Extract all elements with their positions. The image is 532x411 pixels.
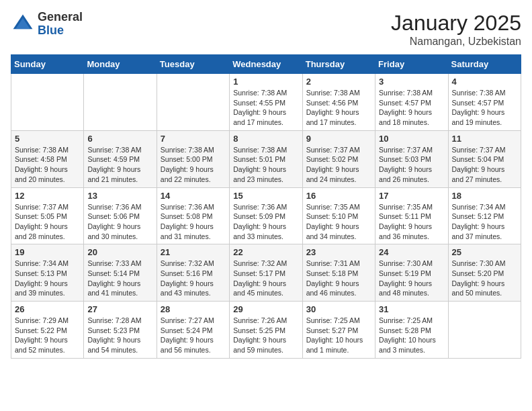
day-info: Sunrise: 7:25 AM Sunset: 5:28 PM Dayligh…: [379, 316, 444, 355]
day-info: Sunrise: 7:33 AM Sunset: 5:14 PM Dayligh…: [87, 259, 152, 298]
calendar-cell: 2Sunrise: 7:38 AM Sunset: 4:56 PM Daylig…: [302, 74, 375, 131]
day-info: Sunrise: 7:30 AM Sunset: 5:19 PM Dayligh…: [379, 259, 444, 298]
day-info: Sunrise: 7:30 AM Sunset: 5:20 PM Dayligh…: [452, 259, 517, 298]
day-info: Sunrise: 7:32 AM Sunset: 5:16 PM Dayligh…: [161, 259, 226, 298]
day-number: 4: [452, 77, 517, 87]
calendar-cell: 7Sunrise: 7:38 AM Sunset: 5:00 PM Daylig…: [157, 130, 229, 187]
day-info: Sunrise: 7:35 AM Sunset: 5:10 PM Dayligh…: [306, 202, 371, 242]
day-info: Sunrise: 7:34 AM Sunset: 5:13 PM Dayligh…: [15, 259, 80, 298]
day-number: 6: [87, 134, 152, 144]
weekday-header-friday: Friday: [375, 55, 448, 74]
calendar-cell: 27Sunrise: 7:28 AM Sunset: 5:23 PM Dayli…: [84, 302, 157, 359]
weekday-header-tuesday: Tuesday: [157, 55, 229, 74]
weekday-header-thursday: Thursday: [302, 55, 375, 74]
day-info: Sunrise: 7:37 AM Sunset: 5:04 PM Dayligh…: [452, 145, 517, 185]
calendar-week-row: 12Sunrise: 7:37 AM Sunset: 5:05 PM Dayli…: [11, 187, 521, 244]
day-number: 24: [379, 247, 444, 257]
day-info: Sunrise: 7:38 AM Sunset: 4:56 PM Dayligh…: [306, 88, 371, 128]
day-number: 29: [233, 304, 298, 314]
calendar-cell: [11, 74, 84, 131]
calendar-cell: 26Sunrise: 7:29 AM Sunset: 5:22 PM Dayli…: [11, 302, 84, 359]
calendar-week-row: 26Sunrise: 7:29 AM Sunset: 5:22 PM Dayli…: [11, 302, 521, 359]
weekday-header-wednesday: Wednesday: [230, 55, 302, 74]
calendar-cell: 24Sunrise: 7:30 AM Sunset: 5:19 PM Dayli…: [375, 244, 448, 302]
day-info: Sunrise: 7:37 AM Sunset: 5:02 PM Dayligh…: [306, 145, 371, 185]
day-info: Sunrise: 7:36 AM Sunset: 5:09 PM Dayligh…: [233, 202, 298, 242]
logo-icon: [11, 12, 35, 36]
calendar-cell: 4Sunrise: 7:38 AM Sunset: 4:57 PM Daylig…: [448, 74, 521, 131]
logo-blue-text: Blue: [38, 24, 83, 38]
calendar-cell: 25Sunrise: 7:30 AM Sunset: 5:20 PM Dayli…: [448, 244, 521, 302]
calendar-cell: [157, 74, 229, 131]
weekday-header-sunday: Sunday: [11, 55, 84, 74]
calendar-cell: 21Sunrise: 7:32 AM Sunset: 5:16 PM Dayli…: [157, 244, 229, 302]
day-number: 10: [379, 134, 444, 144]
day-info: Sunrise: 7:26 AM Sunset: 5:25 PM Dayligh…: [233, 316, 298, 355]
location-title: Namangan, Uzbekistan: [391, 36, 521, 48]
logo: General Blue: [11, 11, 83, 38]
day-number: 8: [233, 134, 298, 144]
calendar-cell: 23Sunrise: 7:31 AM Sunset: 5:18 PM Dayli…: [302, 244, 375, 302]
day-number: 2: [306, 77, 371, 87]
calendar-cell: 5Sunrise: 7:38 AM Sunset: 4:58 PM Daylig…: [11, 130, 84, 187]
calendar-cell: 30Sunrise: 7:25 AM Sunset: 5:27 PM Dayli…: [302, 302, 375, 359]
day-info: Sunrise: 7:38 AM Sunset: 4:57 PM Dayligh…: [452, 88, 517, 128]
logo-general-text: General: [38, 11, 83, 24]
day-number: 23: [306, 247, 371, 257]
day-number: 25: [452, 247, 517, 257]
day-info: Sunrise: 7:38 AM Sunset: 4:57 PM Dayligh…: [379, 88, 444, 128]
calendar-cell: 19Sunrise: 7:34 AM Sunset: 5:13 PM Dayli…: [11, 244, 84, 302]
calendar-cell: 16Sunrise: 7:35 AM Sunset: 5:10 PM Dayli…: [302, 187, 375, 244]
day-number: 5: [15, 134, 80, 144]
day-number: 21: [161, 247, 226, 257]
calendar-cell: 20Sunrise: 7:33 AM Sunset: 5:14 PM Dayli…: [84, 244, 157, 302]
calendar-cell: [84, 74, 157, 131]
day-info: Sunrise: 7:36 AM Sunset: 5:08 PM Dayligh…: [161, 202, 226, 242]
calendar-cell: 8Sunrise: 7:38 AM Sunset: 5:01 PM Daylig…: [230, 130, 302, 187]
calendar-cell: 18Sunrise: 7:34 AM Sunset: 5:12 PM Dayli…: [448, 187, 521, 244]
day-number: 20: [87, 247, 152, 257]
day-info: Sunrise: 7:36 AM Sunset: 5:06 PM Dayligh…: [87, 202, 152, 242]
day-number: 27: [87, 304, 152, 314]
day-info: Sunrise: 7:31 AM Sunset: 5:18 PM Dayligh…: [306, 259, 371, 298]
calendar-cell: 13Sunrise: 7:36 AM Sunset: 5:06 PM Dayli…: [84, 187, 157, 244]
calendar-cell: 28Sunrise: 7:27 AM Sunset: 5:24 PM Dayli…: [157, 302, 229, 359]
calendar-cell: 3Sunrise: 7:38 AM Sunset: 4:57 PM Daylig…: [375, 74, 448, 131]
day-number: 28: [161, 304, 226, 314]
day-info: Sunrise: 7:32 AM Sunset: 5:17 PM Dayligh…: [233, 259, 298, 298]
page-header: General Blue January 2025 Namangan, Uzbe…: [11, 11, 521, 48]
day-number: 15: [233, 191, 298, 201]
calendar-cell: 9Sunrise: 7:37 AM Sunset: 5:02 PM Daylig…: [302, 130, 375, 187]
day-info: Sunrise: 7:27 AM Sunset: 5:24 PM Dayligh…: [161, 316, 226, 355]
calendar-cell: 17Sunrise: 7:35 AM Sunset: 5:11 PM Dayli…: [375, 187, 448, 244]
calendar-cell: 15Sunrise: 7:36 AM Sunset: 5:09 PM Dayli…: [230, 187, 302, 244]
calendar-cell: 6Sunrise: 7:38 AM Sunset: 4:59 PM Daylig…: [84, 130, 157, 187]
calendar-cell: 10Sunrise: 7:37 AM Sunset: 5:03 PM Dayli…: [375, 130, 448, 187]
calendar-week-row: 1Sunrise: 7:38 AM Sunset: 4:55 PM Daylig…: [11, 74, 521, 131]
calendar-cell: 12Sunrise: 7:37 AM Sunset: 5:05 PM Dayli…: [11, 187, 84, 244]
month-title: January 2025: [391, 11, 521, 36]
day-info: Sunrise: 7:34 AM Sunset: 5:12 PM Dayligh…: [452, 202, 517, 242]
calendar-cell: 1Sunrise: 7:38 AM Sunset: 4:55 PM Daylig…: [230, 74, 302, 131]
day-info: Sunrise: 7:28 AM Sunset: 5:23 PM Dayligh…: [87, 316, 152, 355]
day-info: Sunrise: 7:25 AM Sunset: 5:27 PM Dayligh…: [306, 316, 371, 355]
day-number: 1: [233, 77, 298, 87]
day-info: Sunrise: 7:38 AM Sunset: 5:00 PM Dayligh…: [161, 145, 226, 185]
day-number: 30: [306, 304, 371, 314]
day-info: Sunrise: 7:38 AM Sunset: 4:58 PM Dayligh…: [15, 145, 80, 185]
calendar-cell: 22Sunrise: 7:32 AM Sunset: 5:17 PM Dayli…: [230, 244, 302, 302]
day-info: Sunrise: 7:38 AM Sunset: 4:55 PM Dayligh…: [233, 88, 298, 128]
day-number: 3: [379, 77, 444, 87]
calendar-week-row: 19Sunrise: 7:34 AM Sunset: 5:13 PM Dayli…: [11, 244, 521, 302]
weekday-header-row: SundayMondayTuesdayWednesdayThursdayFrid…: [11, 55, 521, 74]
day-number: 13: [87, 191, 152, 201]
day-number: 26: [15, 304, 80, 314]
day-number: 12: [15, 191, 80, 201]
day-info: Sunrise: 7:37 AM Sunset: 5:03 PM Dayligh…: [379, 145, 444, 185]
day-info: Sunrise: 7:37 AM Sunset: 5:05 PM Dayligh…: [15, 202, 80, 242]
calendar-cell: 29Sunrise: 7:26 AM Sunset: 5:25 PM Dayli…: [230, 302, 302, 359]
day-number: 11: [452, 134, 517, 144]
calendar-cell: 11Sunrise: 7:37 AM Sunset: 5:04 PM Dayli…: [448, 130, 521, 187]
calendar-cell: 31Sunrise: 7:25 AM Sunset: 5:28 PM Dayli…: [375, 302, 448, 359]
title-block: January 2025 Namangan, Uzbekistan: [391, 11, 521, 48]
